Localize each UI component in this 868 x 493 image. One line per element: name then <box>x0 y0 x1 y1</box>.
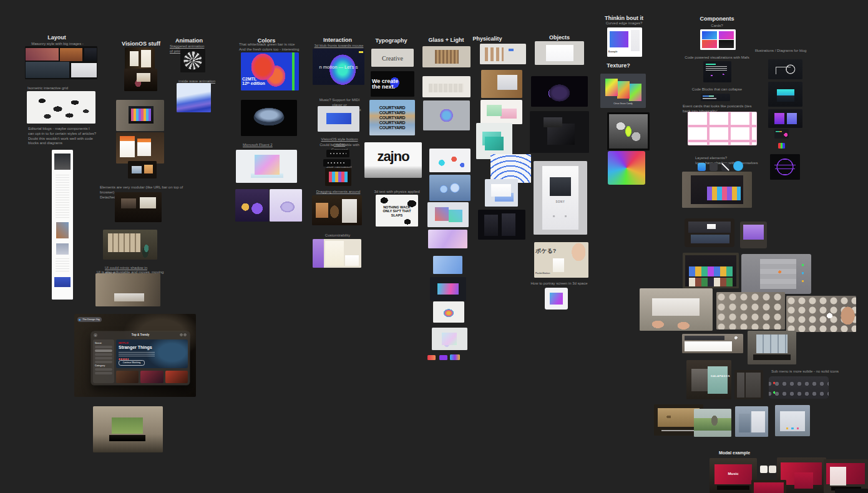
keyboard-hands[interactable] <box>640 288 713 331</box>
editorial-page[interactable] <box>52 150 73 300</box>
texture-rainbow-swirl[interactable] <box>608 151 645 185</box>
visionos-orange-docs[interactable] <box>116 132 164 164</box>
glass-cube-lens[interactable] <box>432 328 467 350</box>
interaction-builder-ui[interactable] <box>313 239 361 268</box>
components-icon-blue-square[interactable] <box>698 163 706 171</box>
colors-c2mtl-poster[interactable]: C2MTL 12ᵗʰ edition <box>241 52 299 90</box>
glass-blue-card[interactable] <box>433 256 462 274</box>
glass-mosaic-wall[interactable] <box>422 46 471 67</box>
modal-white-chip-1[interactable] <box>760 466 768 473</box>
texture-gradient-posters[interactable]: Citrus Grass Candy <box>600 74 646 108</box>
components-gallery-room[interactable] <box>748 331 796 364</box>
objects-headphones[interactable] <box>531 76 588 107</box>
components-submenu-toolbar[interactable] <box>769 376 829 399</box>
bottom-dinosaur[interactable] <box>694 409 731 437</box>
interaction-midi-device[interactable] <box>318 106 359 132</box>
visionos-livingroom-tv[interactable] <box>93 406 163 452</box>
visionos-two-screens[interactable] <box>128 161 157 178</box>
movie-thumbnail[interactable] <box>116 371 139 383</box>
glass-purple-blur-card[interactable] <box>428 230 467 248</box>
modal-partial-red[interactable] <box>751 480 786 493</box>
illustrations-wireframe-camera[interactable] <box>768 59 802 79</box>
colors-pastel-blob[interactable] <box>270 189 302 222</box>
colors-vision-pro[interactable] <box>241 100 297 136</box>
colors-purple-3d[interactable] <box>235 189 269 222</box>
typography-we-create[interactable]: We create the next. <box>371 71 414 97</box>
glass-chip-purple[interactable] <box>439 355 447 360</box>
masonry-photo-collage[interactable] <box>25 46 97 79</box>
sidebar-genre-item[interactable] <box>95 353 112 356</box>
components-icon-safari[interactable] <box>733 161 743 171</box>
components-vertical-menu[interactable] <box>734 370 763 399</box>
visionos-floor-ui-room[interactable] <box>95 273 160 306</box>
illustrations-purple-cards[interactable] <box>768 109 802 128</box>
glass-stacked-layers[interactable] <box>430 277 466 301</box>
components-code-block[interactable] <box>701 94 730 101</box>
typography-zajno[interactable]: zajno <box>364 142 422 178</box>
glass-chip-gradient[interactable] <box>450 354 460 360</box>
objects-black-box[interactable] <box>530 111 589 153</box>
glass-translucent-cubes[interactable] <box>427 202 469 227</box>
typography-courtyard[interactable]: COURTYARD COURTYARD COURTYARD COURTYARD … <box>369 100 415 135</box>
animation-starburst[interactable] <box>180 49 205 72</box>
moodboard-canvas[interactable]: The Design Gig ‹ Top & Trendy Genre Cate… <box>0 0 868 493</box>
glass-gradient-circle[interactable] <box>423 100 470 130</box>
interaction-navbar-dots-1[interactable] <box>326 150 349 157</box>
bottom-castle-menu[interactable] <box>735 406 768 437</box>
interaction-kitchen-menu[interactable] <box>312 195 362 225</box>
interaction-motion-site[interactable]: n motion — Let's s <box>313 49 364 85</box>
physicality-phones-flowers[interactable] <box>478 210 525 240</box>
illustrations-teal-box[interactable] <box>768 82 802 107</box>
back-chevron-icon[interactable]: ‹ <box>94 333 97 337</box>
components-icon-dark-square[interactable] <box>710 163 718 171</box>
objects-pocketstation-ad[interactable]: ポケる?PocketStation <box>534 242 588 278</box>
keyboard-round-keys[interactable] <box>716 292 785 329</box>
stranger-things-tv-image[interactable]: The Design Gig ‹ Top & Trendy Genre Cate… <box>74 314 196 397</box>
sidebar-genre-item[interactable] <box>95 346 112 349</box>
movie-thumbnail[interactable] <box>140 371 163 383</box>
physicality-desk-tablet[interactable] <box>481 70 522 98</box>
keyboard-finger-press[interactable] <box>786 296 856 332</box>
components-photos-window-2[interactable] <box>683 253 739 288</box>
glass-pastel-shapes[interactable] <box>429 149 471 172</box>
visionos-photo-wall[interactable] <box>103 230 157 260</box>
interaction-sidenav-grid[interactable] <box>325 168 351 186</box>
movie-thumbnail[interactable] <box>165 371 188 383</box>
components-toolbar-pill[interactable] <box>685 218 734 247</box>
texture-bw-blob-green[interactable] <box>607 112 650 150</box>
streaming-sidebar[interactable]: Genre Category <box>93 339 114 383</box>
objects-screens-3d-card[interactable] <box>545 288 568 310</box>
objects-sony-device[interactable]: SONY <box>534 161 587 235</box>
window-action-icons[interactable] <box>180 333 187 336</box>
sidebar-category-item[interactable] <box>95 372 112 375</box>
thinkin-docs-gradient[interactable]: Example <box>607 27 642 57</box>
objects-window-purple[interactable] <box>535 41 584 65</box>
components-tiny-icon[interactable] <box>778 143 785 149</box>
visionos-dark-room-windows[interactable] <box>115 192 162 222</box>
physicality-pastel-cards[interactable] <box>480 100 522 124</box>
bottom-castle-shareplay[interactable] <box>775 405 810 436</box>
typography-creative[interactable]: Creative <box>371 49 414 67</box>
glass-blue-spheres[interactable] <box>429 175 471 201</box>
interaction-navbar-dots-2[interactable] <box>323 159 351 167</box>
components-palette-card[interactable] <box>774 129 789 139</box>
interaction-link-blob[interactable]: 3d blob fronts towards mouse <box>314 44 364 49</box>
continue-watching-button[interactable]: Continue Watching <box>119 360 145 366</box>
visionos-person-desk[interactable] <box>124 69 157 91</box>
modal-white-chip-2[interactable] <box>769 466 776 473</box>
typography-nothing-wack[interactable]: NOTHING WACK ONLY SH*T THAT SLAPS <box>376 195 418 227</box>
modal-music-window-3[interactable] <box>824 459 868 493</box>
modal-partial-dark[interactable] <box>835 489 868 493</box>
components-album-card[interactable] <box>740 222 767 248</box>
glass-white-keyboard[interactable] <box>422 76 471 97</box>
isometric-grid[interactable] <box>27 91 95 124</box>
sidebar-genre-item[interactable] <box>95 361 112 364</box>
glass-chip-red[interactable] <box>427 355 436 360</box>
glass-lens-flare-card[interactable] <box>433 301 464 323</box>
sidebar-category-item[interactable] <box>95 368 112 371</box>
components-sphere-wireframe[interactable] <box>770 154 800 180</box>
components-icon-pen[interactable] <box>721 163 729 171</box>
components-galapagos-window[interactable]: GALAPAGOS <box>686 360 731 399</box>
components-control-panel[interactable] <box>741 254 811 294</box>
components-photos-window[interactable] <box>682 172 752 208</box>
